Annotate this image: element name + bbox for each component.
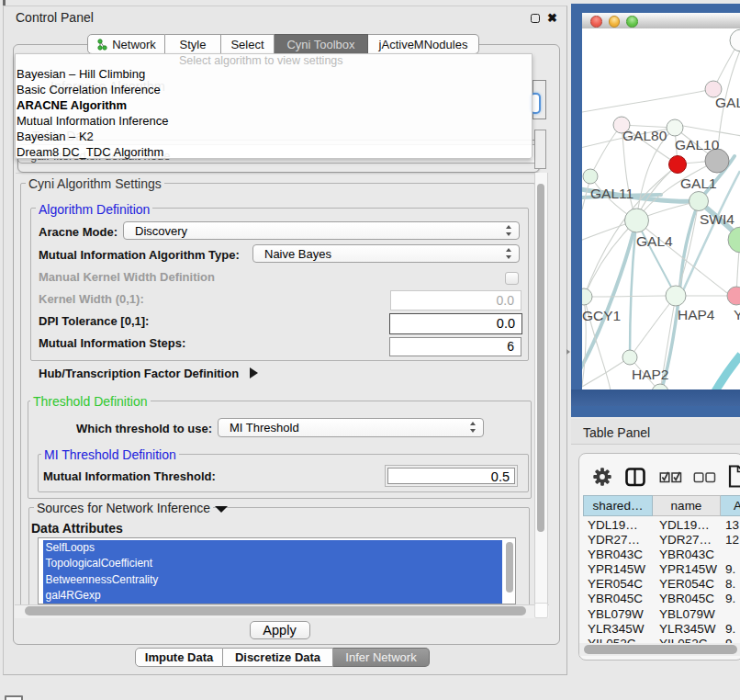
svg-text:GAL1: GAL1 bbox=[680, 175, 717, 191]
svg-text:Y: Y bbox=[734, 307, 740, 322]
svg-text:GCY1: GCY1 bbox=[582, 308, 621, 323]
svg-text:GAL11: GAL11 bbox=[590, 186, 633, 201]
svg-text:SWI4: SWI4 bbox=[700, 211, 734, 227]
svg-text:HAP2: HAP2 bbox=[632, 367, 669, 382]
svg-text:GAL4: GAL4 bbox=[636, 233, 673, 249]
svg-text:HAP4: HAP4 bbox=[678, 307, 715, 322]
svg-text:GAL: GAL bbox=[715, 95, 740, 110]
svg-text:GAL10: GAL10 bbox=[675, 137, 720, 152]
svg-text:GAL80: GAL80 bbox=[622, 128, 667, 143]
